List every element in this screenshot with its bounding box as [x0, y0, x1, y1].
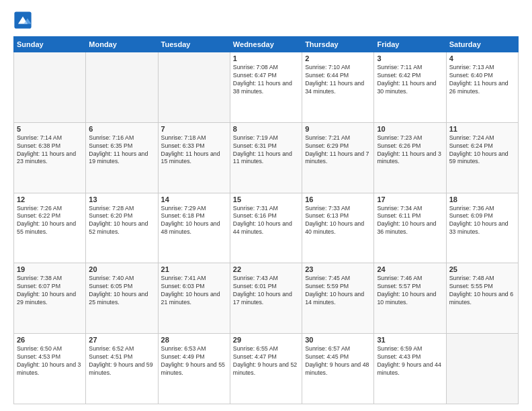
col-header-saturday: Saturday [446, 37, 518, 52]
day-cell: 20Sunrise: 7:40 AMSunset: 6:05 PMDayligh… [86, 263, 158, 334]
day-cell: 31Sunrise: 6:59 AMSunset: 4:43 PMDayligh… [374, 334, 446, 404]
day-info: Sunrise: 7:36 AMSunset: 6:09 PMDaylight:… [449, 205, 515, 237]
day-cell: 2Sunrise: 7:10 AMSunset: 6:44 PMDaylight… [302, 52, 374, 123]
day-info: Sunrise: 7:28 AMSunset: 6:20 PMDaylight:… [89, 205, 154, 237]
week-row-5: 26Sunrise: 6:50 AMSunset: 4:53 PMDayligh… [14, 334, 519, 404]
day-cell: 8Sunrise: 7:19 AMSunset: 6:31 PMDaylight… [230, 122, 302, 193]
day-number: 7 [161, 125, 227, 133]
day-number: 29 [233, 336, 299, 344]
day-number: 24 [377, 265, 443, 273]
day-info: Sunrise: 7:16 AMSunset: 6:35 PMDaylight:… [89, 134, 154, 167]
day-number: 25 [449, 265, 515, 273]
day-info: Sunrise: 7:29 AMSunset: 6:18 PMDaylight:… [161, 205, 227, 237]
week-row-2: 5Sunrise: 7:14 AMSunset: 6:38 PMDaylight… [14, 122, 519, 193]
day-info: Sunrise: 7:18 AMSunset: 6:33 PMDaylight:… [161, 134, 227, 167]
day-info: Sunrise: 7:33 AMSunset: 6:13 PMDaylight:… [305, 205, 371, 237]
day-cell: 4Sunrise: 7:13 AMSunset: 6:40 PMDaylight… [446, 52, 518, 123]
day-info: Sunrise: 7:24 AMSunset: 6:24 PMDaylight:… [449, 134, 515, 167]
day-info: Sunrise: 6:52 AMSunset: 4:51 PMDaylight:… [89, 345, 154, 377]
day-number: 16 [305, 195, 371, 203]
day-number: 8 [233, 125, 299, 133]
day-info: Sunrise: 7:21 AMSunset: 6:29 PMDaylight:… [305, 134, 371, 167]
day-cell: 17Sunrise: 7:34 AMSunset: 6:11 PMDayligh… [374, 193, 446, 263]
day-cell: 27Sunrise: 6:52 AMSunset: 4:51 PMDayligh… [86, 334, 158, 404]
day-cell [14, 52, 86, 123]
day-number: 12 [17, 195, 83, 203]
day-cell: 28Sunrise: 6:53 AMSunset: 4:49 PMDayligh… [158, 334, 230, 404]
day-cell: 14Sunrise: 7:29 AMSunset: 6:18 PMDayligh… [158, 193, 230, 263]
day-cell: 19Sunrise: 7:38 AMSunset: 6:07 PMDayligh… [14, 263, 86, 334]
day-cell: 5Sunrise: 7:14 AMSunset: 6:38 PMDaylight… [14, 122, 86, 193]
page: SundayMondayTuesdayWednesdayThursdayFrid… [0, 0, 532, 411]
day-number: 17 [377, 195, 443, 203]
day-number: 14 [161, 195, 227, 203]
day-number: 15 [233, 195, 299, 203]
week-row-3: 12Sunrise: 7:26 AMSunset: 6:22 PMDayligh… [14, 193, 519, 263]
day-number: 21 [161, 265, 227, 273]
day-cell: 7Sunrise: 7:18 AMSunset: 6:33 PMDaylight… [158, 122, 230, 193]
day-number: 30 [305, 336, 371, 344]
day-cell [446, 334, 518, 404]
day-cell: 30Sunrise: 6:57 AMSunset: 4:45 PMDayligh… [302, 334, 374, 404]
day-info: Sunrise: 7:26 AMSunset: 6:22 PMDaylight:… [17, 205, 83, 237]
day-cell: 16Sunrise: 7:33 AMSunset: 6:13 PMDayligh… [302, 193, 374, 263]
day-info: Sunrise: 7:14 AMSunset: 6:38 PMDaylight:… [17, 134, 83, 167]
day-info: Sunrise: 7:41 AMSunset: 6:03 PMDaylight:… [161, 275, 227, 307]
day-cell: 10Sunrise: 7:23 AMSunset: 6:26 PMDayligh… [374, 122, 446, 193]
day-info: Sunrise: 6:57 AMSunset: 4:45 PMDaylight:… [305, 345, 371, 377]
day-cell: 3Sunrise: 7:11 AMSunset: 6:42 PMDaylight… [374, 52, 446, 123]
day-info: Sunrise: 7:23 AMSunset: 6:26 PMDaylight:… [377, 134, 443, 167]
day-info: Sunrise: 7:13 AMSunset: 6:40 PMDaylight:… [449, 64, 515, 96]
day-number: 13 [89, 195, 154, 203]
day-number: 27 [89, 336, 154, 344]
day-cell: 9Sunrise: 7:21 AMSunset: 6:29 PMDaylight… [302, 122, 374, 193]
day-info: Sunrise: 7:38 AMSunset: 6:07 PMDaylight:… [17, 275, 83, 307]
day-info: Sunrise: 6:50 AMSunset: 4:53 PMDaylight:… [17, 345, 83, 377]
day-info: Sunrise: 7:34 AMSunset: 6:11 PMDaylight:… [377, 205, 443, 237]
day-cell: 29Sunrise: 6:55 AMSunset: 4:47 PMDayligh… [230, 334, 302, 404]
day-info: Sunrise: 7:08 AMSunset: 6:47 PMDaylight:… [233, 64, 299, 96]
col-header-wednesday: Wednesday [230, 37, 302, 52]
week-row-4: 19Sunrise: 7:38 AMSunset: 6:07 PMDayligh… [14, 263, 519, 334]
day-number: 10 [377, 125, 443, 133]
day-cell: 26Sunrise: 6:50 AMSunset: 4:53 PMDayligh… [14, 334, 86, 404]
day-cell: 21Sunrise: 7:41 AMSunset: 6:03 PMDayligh… [158, 263, 230, 334]
day-cell: 24Sunrise: 7:46 AMSunset: 5:57 PMDayligh… [374, 263, 446, 334]
day-cell [158, 52, 230, 123]
day-info: Sunrise: 7:11 AMSunset: 6:42 PMDaylight:… [377, 64, 443, 96]
logo-icon [13, 11, 32, 30]
day-info: Sunrise: 6:53 AMSunset: 4:49 PMDaylight:… [161, 345, 227, 377]
day-number: 26 [17, 336, 83, 344]
day-number: 19 [17, 265, 83, 273]
day-cell: 1Sunrise: 7:08 AMSunset: 6:47 PMDaylight… [230, 52, 302, 123]
day-number: 5 [17, 125, 83, 133]
day-info: Sunrise: 7:45 AMSunset: 5:59 PMDaylight:… [305, 275, 371, 307]
day-number: 20 [89, 265, 154, 273]
day-number: 3 [377, 54, 443, 62]
calendar-header-row: SundayMondayTuesdayWednesdayThursdayFrid… [14, 37, 519, 52]
day-number: 9 [305, 125, 371, 133]
day-info: Sunrise: 7:19 AMSunset: 6:31 PMDaylight:… [233, 134, 299, 167]
day-number: 31 [377, 336, 443, 344]
week-row-1: 1Sunrise: 7:08 AMSunset: 6:47 PMDaylight… [14, 52, 519, 123]
col-header-tuesday: Tuesday [158, 37, 230, 52]
day-cell: 11Sunrise: 7:24 AMSunset: 6:24 PMDayligh… [446, 122, 518, 193]
col-header-friday: Friday [374, 37, 446, 52]
day-info: Sunrise: 7:46 AMSunset: 5:57 PMDaylight:… [377, 275, 443, 307]
col-header-monday: Monday [86, 37, 158, 52]
day-cell: 12Sunrise: 7:26 AMSunset: 6:22 PMDayligh… [14, 193, 86, 263]
day-number: 2 [305, 54, 371, 62]
day-info: Sunrise: 6:59 AMSunset: 4:43 PMDaylight:… [377, 345, 443, 377]
logo [13, 11, 35, 30]
header [13, 11, 519, 30]
calendar-table: SundayMondayTuesdayWednesdayThursdayFrid… [13, 36, 519, 404]
day-cell: 25Sunrise: 7:48 AMSunset: 5:55 PMDayligh… [446, 263, 518, 334]
day-number: 6 [89, 125, 154, 133]
day-number: 22 [233, 265, 299, 273]
day-cell: 23Sunrise: 7:45 AMSunset: 5:59 PMDayligh… [302, 263, 374, 334]
day-info: Sunrise: 6:55 AMSunset: 4:47 PMDaylight:… [233, 345, 299, 377]
day-number: 18 [449, 195, 515, 203]
day-info: Sunrise: 7:31 AMSunset: 6:16 PMDaylight:… [233, 205, 299, 237]
day-number: 23 [305, 265, 371, 273]
day-cell: 18Sunrise: 7:36 AMSunset: 6:09 PMDayligh… [446, 193, 518, 263]
